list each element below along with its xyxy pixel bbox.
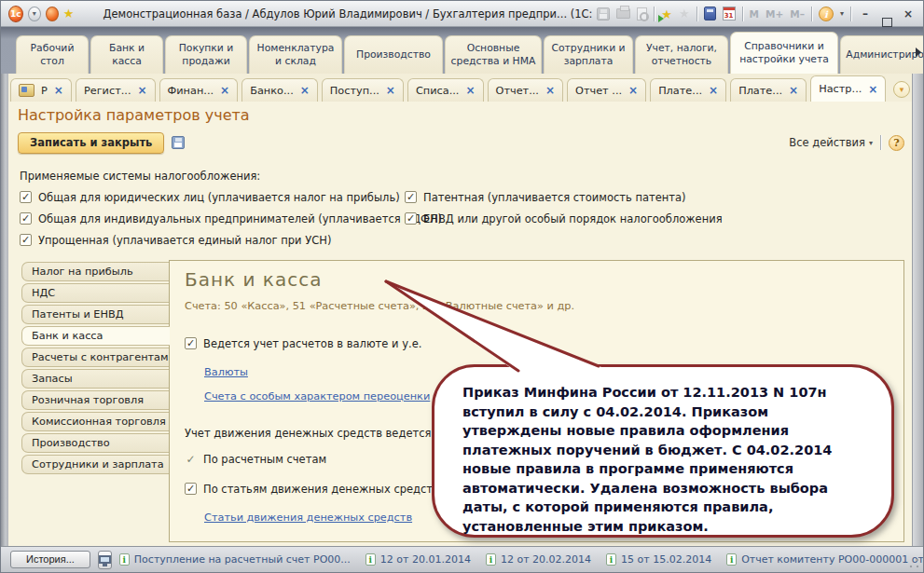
status-link-doc-12-feb[interactable]: i 12 от 20.02.2014 <box>486 553 591 566</box>
checkbox-row-general-individual[interactable]: ✓ Общая для индивидуальных предпринимате… <box>20 208 442 229</box>
tab-close-icon[interactable]: × <box>628 85 638 96</box>
doc-tab-4[interactable]: Поступ...× <box>322 78 404 102</box>
checkbox-row-simplified[interactable]: ✓ Упрощенная (уплачивается единый налог … <box>20 229 442 251</box>
tab-close-icon[interactable]: × <box>54 85 63 96</box>
tab-close-icon[interactable]: × <box>709 85 718 96</box>
doc-tab-label: Финан... <box>168 85 214 97</box>
checkbox-row-general-legal[interactable]: ✓ Общая для юридических лиц (уплачиваетс… <box>20 186 442 208</box>
all-actions-label: Все действия <box>789 136 865 149</box>
tab-close-icon[interactable]: × <box>545 85 555 96</box>
checkbox-label: Патентная (уплачивается стоимость патент… <box>423 191 686 204</box>
save-icon[interactable] <box>597 7 610 20</box>
all-actions-button[interactable]: Все действия ▾ <box>789 136 873 149</box>
status-link-receipt[interactable]: i Поступление на расчетный счет РО00... <box>119 553 351 566</box>
sidebar-item-retail[interactable]: Розничная торговля <box>21 390 169 410</box>
checkbox-row-patent[interactable]: ✓ Патентная (уплачивается стоимость пате… <box>405 186 723 208</box>
memory-mplus-button[interactable]: M+ <box>765 8 783 20</box>
sidebar-item-patents-envd[interactable]: Патенты и ЕНВД <box>21 305 169 324</box>
favorites-star-icon[interactable]: ★ <box>63 7 75 21</box>
section-tab-bank[interactable]: Банк и касса <box>90 35 163 74</box>
checkbox[interactable]: ✓ <box>20 212 32 225</box>
memory-m-button[interactable]: M <box>750 8 759 20</box>
section-tab-desktop[interactable]: Рабочий стол <box>16 35 89 74</box>
open-favorites-icon[interactable]: ★ <box>679 7 690 21</box>
menu-scroll-right-icon[interactable] <box>916 48 921 57</box>
sidebar-item-inventory[interactable]: Запасы <box>21 369 169 389</box>
revaluation-accounts-link[interactable]: Счета с особым характером переоценки <box>204 390 430 402</box>
checkbox-label: Ведется учет расчетов в валюте и у.е. <box>203 337 421 350</box>
checkbox[interactable]: ✓ <box>405 191 417 203</box>
status-link-doc-12-jan[interactable]: i 12 от 20.01.2014 <box>365 553 471 566</box>
doc-tab-3[interactable]: Банко...× <box>241 78 318 102</box>
memory-mminus-button[interactable]: M– <box>790 8 805 20</box>
status-link-doc-15-feb[interactable]: i 15 от 15.02.2014 <box>606 553 711 566</box>
info-button[interactable]: i <box>819 7 834 21</box>
calendar-icon[interactable]: 31 <box>723 7 736 20</box>
section-tab-administration[interactable]: Администрирование <box>840 35 923 74</box>
show-in-main-window-button[interactable] <box>98 551 112 569</box>
main-menu-button[interactable]: ▾ <box>28 7 41 21</box>
cashflow-items-link[interactable]: Статьи движения денежных средств <box>204 512 412 524</box>
section-tab-nomenclature[interactable]: Номенклатура и склад <box>249 35 342 74</box>
checkbox-row-envd[interactable]: ✓ ЕНВД или другой особый порядок налогоо… <box>405 208 723 229</box>
tab-close-icon[interactable]: × <box>386 85 395 96</box>
sidebar-item-nds[interactable]: НДС <box>21 283 169 303</box>
tab-close-icon[interactable]: × <box>789 85 798 96</box>
tab-close-icon[interactable]: × <box>868 84 877 95</box>
sidebar-item-income-tax[interactable]: Налог на прибыль <box>21 262 169 281</box>
resize-grip[interactable] <box>908 557 920 569</box>
sidebar-item-employees[interactable]: Сотрудники и зарплата <box>21 455 169 474</box>
doc-tab-settings[interactable]: Настр...× <box>810 75 886 102</box>
write-icon[interactable] <box>172 136 185 149</box>
doc-tab-desktop[interactable]: Р × <box>10 78 72 102</box>
doc-tab-1[interactable]: Регист...× <box>76 78 156 102</box>
section-tab-employees[interactable]: Сотрудники и зарплата <box>544 35 633 74</box>
currencies-link[interactable]: Валюты <box>204 366 248 378</box>
section-tab-production[interactable]: Производство <box>344 35 443 74</box>
info-caret-icon[interactable]: ▾ <box>840 9 844 18</box>
doc-tab-label: Списа... <box>416 85 460 97</box>
section-tab-purchases[interactable]: Покупки и продажи <box>165 35 247 74</box>
checkbox[interactable]: ✓ <box>185 483 197 495</box>
separator <box>880 135 881 150</box>
sidebar-item-bank-cash[interactable]: Банк и касса <box>21 326 170 346</box>
info-doc-icon: i <box>119 553 130 566</box>
tab-close-icon[interactable]: × <box>300 85 310 96</box>
section-tab-accounting[interactable]: Учет, налоги, отчетность <box>635 35 728 74</box>
status-link-committent-report[interactable]: i Отчет комитенту РО00-000001 от 24.... <box>726 553 924 566</box>
doc-tab-5[interactable]: Списа...× <box>407 78 484 102</box>
separator <box>696 7 697 21</box>
doc-tab-9[interactable]: Плате...× <box>730 78 807 102</box>
status-label: Отчет комитенту РО00-000001 от 24.... <box>741 553 924 566</box>
tab-close-icon[interactable]: × <box>137 85 146 96</box>
sidebar-item-production[interactable]: Производство <box>21 433 169 453</box>
history-button[interactable]: История... <box>10 551 90 568</box>
vertical-scrollbar[interactable] <box>912 74 923 546</box>
print-icon[interactable] <box>616 8 630 19</box>
checkbox[interactable]: ✓ <box>405 212 417 225</box>
checkbox[interactable]: ✓ <box>20 234 32 246</box>
sidebar-item-counterparties[interactable]: Расчеты с контрагентами <box>21 348 169 367</box>
section-tab-reference-settings[interactable]: Справочники и настройки учета <box>730 32 838 74</box>
tab-overflow-button[interactable]: ▾ <box>893 81 910 98</box>
calculator-icon[interactable] <box>704 7 716 20</box>
doc-tab-6[interactable]: Отчет...× <box>488 78 564 102</box>
tab-close-icon[interactable]: × <box>220 85 229 96</box>
sidebar-item-commission[interactable]: Комиссионная торговля <box>21 412 169 431</box>
section-tab-fixed-assets[interactable]: Основные средства и НМА <box>445 35 542 74</box>
close-button[interactable]: × <box>901 7 916 21</box>
checkbox-row-currency[interactable]: ✓ Ведется учет расчетов в валюте и у.е. <box>185 333 889 354</box>
doc-tab-7[interactable]: Отчет ...× <box>567 78 646 102</box>
quick-menu-button[interactable] <box>46 7 59 21</box>
doc-tab-8[interactable]: Плате...× <box>650 78 726 102</box>
checkbox[interactable]: ✓ <box>20 191 32 203</box>
save-and-close-button[interactable]: Записать и закрыть <box>18 132 164 154</box>
checkbox[interactable]: ✓ <box>185 337 197 349</box>
1c-logo-icon: 1с <box>8 6 23 22</box>
minimize-button[interactable]: – <box>858 7 873 21</box>
print-preview-icon[interactable] <box>637 7 647 20</box>
add-favorite-icon[interactable]: ★ <box>661 5 672 22</box>
tab-close-icon[interactable]: × <box>465 85 475 96</box>
help-button[interactable]: ? <box>889 135 904 151</box>
doc-tab-2[interactable]: Финан...× <box>159 78 239 102</box>
